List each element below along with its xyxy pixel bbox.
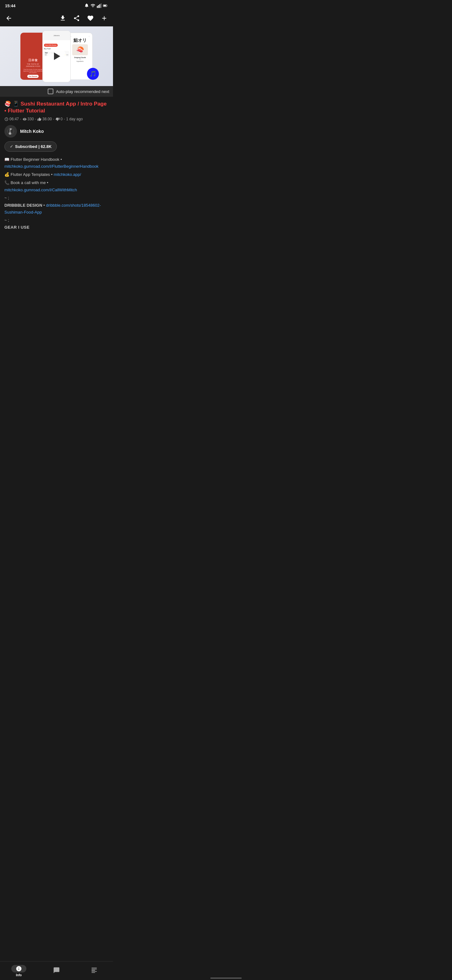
duration-meta: 06:47: [5, 117, 19, 121]
description-templates: 💰 Flutter App Templates • mitchkoko.app/: [5, 171, 109, 178]
share-button[interactable]: [70, 12, 83, 24]
subscribe-button[interactable]: ✓ Subscribed | 62.8K: [5, 142, 57, 152]
play-triangle-icon: [54, 52, 60, 60]
templates-link[interactable]: mitchkoko.app/: [54, 172, 81, 177]
svg-rect-5: [103, 5, 106, 6]
dot-1: •: [20, 118, 21, 121]
music-note-icon: 🎵: [87, 68, 99, 80]
call-link[interactable]: mitchkoko.gumroad.com/l/CallWithMitch: [5, 188, 77, 192]
wifi-icon: [90, 3, 95, 8]
center-phone-location: Jakarta: [53, 35, 60, 37]
nav-right: [57, 12, 111, 24]
time-ago: 1 day ago: [66, 117, 83, 121]
channel-avatar[interactable]: [5, 125, 17, 138]
thumbs-up-icon: [37, 117, 41, 121]
call-emoji: 📞: [5, 180, 10, 185]
nav-bar: [0, 10, 113, 26]
templates-bullet: •: [51, 172, 53, 177]
status-bar: 15:44: [0, 0, 113, 10]
svg-rect-2: [100, 4, 100, 8]
svg-rect-3: [101, 3, 102, 8]
dot-2: •: [35, 118, 36, 121]
dot-4: •: [64, 118, 65, 121]
handbook-link[interactable]: mitchkoko.gumroad.com/l/FlutterBeginnerH…: [5, 164, 98, 169]
gear-header: GEAR I USE: [5, 225, 109, 230]
channel-row: Mitch Koko: [5, 125, 109, 138]
center-food-rating: 5.0: [66, 54, 68, 56]
add-icon: [101, 15, 108, 22]
clock-icon: [5, 117, 8, 121]
title-text: Sushi Restaurant App / Intro Page • Flut…: [5, 101, 107, 114]
left-phone-subtext: Feel the taste of most popular Japanese …: [22, 69, 44, 73]
notification-icon: [84, 3, 89, 8]
right-phone-rating: 4.8: [79, 59, 81, 60]
templates-text: Flutter App Templates: [11, 172, 50, 177]
nav-left: [3, 12, 15, 24]
autoplay-bar: Auto-play recommended next: [0, 86, 113, 97]
heart-icon: [87, 15, 94, 22]
battery-icon: [103, 3, 108, 8]
subscribe-label: Subscribed | 62.8K: [15, 144, 51, 149]
video-container[interactable]: 日本食 THE TASTE OF JAPANESE FOOD Feel the …: [0, 26, 113, 86]
separator-2: ~ ;: [5, 218, 109, 223]
views-icon: [22, 117, 27, 121]
meta-row: 06:47 • 330 • 38.00 • 0 • 1 day ago: [5, 117, 109, 121]
left-phone-text: THE TASTE OF JAPANESE FOOD: [22, 63, 44, 68]
download-icon: [59, 15, 66, 22]
dribbble-header: DRIBBBLE DESIGN: [5, 203, 42, 208]
download-button[interactable]: [57, 12, 69, 24]
channel-avatar-icon: [7, 127, 14, 135]
handbook-emoji: 📖: [5, 157, 10, 162]
title-emoji-1: 🍣: [5, 101, 11, 107]
separator-1: ~ ;: [5, 196, 109, 200]
views-meta: 330: [22, 117, 34, 121]
handbook-bullet: •: [60, 157, 62, 162]
right-phone-ingredients: Ingredients: [76, 60, 84, 62]
handbook-text: Flutter Beginner Handbook: [11, 157, 59, 162]
main-content: 🍣 📱 Sushi Restaurant App / Intro Page • …: [0, 97, 113, 235]
dislikes-meta: 0: [56, 117, 63, 121]
center-promo-badge: Get 13% Promo: [44, 44, 58, 47]
dribbble-line: DRIBBBLE DESIGN • dribbble.com/shots/185…: [5, 202, 109, 216]
share-icon: [73, 15, 80, 22]
right-phone-kanji: 鮨オリ: [73, 38, 87, 43]
video-title: 🍣 📱 Sushi Restaurant App / Intro Page • …: [5, 100, 109, 115]
likes-value: 38.00: [42, 117, 52, 121]
title-emoji-2: 📱: [13, 101, 19, 107]
signal-icon: [97, 3, 102, 8]
play-button[interactable]: [47, 47, 66, 66]
likes-meta: 38.00: [37, 117, 52, 121]
phone-left-mockup: 日本食 THE TASTE OF JAPANESE FOOD Feel the …: [21, 33, 46, 80]
description: 📖 Flutter Beginner Handbook • mitchkoko.…: [5, 156, 109, 170]
dribbble-bullet: •: [43, 203, 45, 208]
like-button[interactable]: [84, 12, 97, 24]
thumbs-down-icon: [56, 117, 60, 121]
back-icon: [5, 15, 12, 22]
duration-value: 06:47: [10, 117, 19, 121]
add-button[interactable]: [98, 12, 111, 24]
dislikes-value: 0: [60, 117, 63, 121]
templates-emoji: 💰: [5, 172, 10, 177]
video-thumbnail: 日本食 THE TASTE OF JAPANESE FOOD Feel the …: [0, 26, 113, 86]
views-value: 330: [28, 117, 34, 121]
autoplay-checkbox[interactable]: [48, 89, 53, 94]
status-time: 15:44: [5, 3, 15, 8]
subscribe-checkmark: ✓: [10, 144, 13, 149]
description-call: 📞 Book a call with me • mitchkoko.gumroa…: [5, 179, 109, 193]
back-button[interactable]: [3, 12, 15, 24]
status-icons: [84, 3, 108, 8]
svg-rect-0: [97, 6, 98, 8]
call-bullet: •: [47, 180, 48, 185]
dot-3: •: [53, 118, 54, 121]
left-phone-button: Get Started: [27, 75, 39, 78]
autoplay-text: Auto-play recommended next: [56, 89, 109, 94]
call-text: Book a call with me: [11, 180, 46, 185]
svg-rect-1: [98, 5, 99, 8]
channel-name: Mitch Koko: [20, 129, 44, 134]
